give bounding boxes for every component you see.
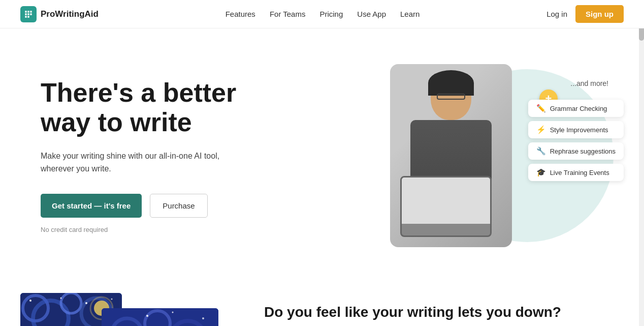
svg-point-21 xyxy=(202,317,204,319)
grammar-pill: ✏️ Grammar Checking xyxy=(528,100,624,117)
navbar: ProWritingAid Features For Teams Pricing… xyxy=(0,0,644,28)
hero-headline-line2: way to write xyxy=(41,107,192,137)
grammar-label: Grammar Checking xyxy=(550,105,607,112)
nav-links: Features For Teams Pricing Use App Learn xyxy=(226,10,420,18)
svg-point-10 xyxy=(85,302,87,304)
image-collage: My idea in my head xyxy=(20,293,234,326)
svg-point-11 xyxy=(111,299,113,300)
nav-use-app[interactable]: Use App xyxy=(357,10,386,18)
svg-point-8 xyxy=(29,300,31,302)
grammar-icon: ✏️ xyxy=(536,104,546,113)
person-glasses xyxy=(437,94,465,100)
nav-pricing[interactable]: Pricing xyxy=(319,10,343,18)
logo-svg xyxy=(23,9,34,19)
hero-headline: There's a better way to write xyxy=(41,78,254,137)
hero-left: There's a better way to write Make your … xyxy=(41,78,254,233)
svg-point-9 xyxy=(60,298,62,299)
style-icon: ⚡ xyxy=(536,125,546,134)
nav-actions: Log in Sign up xyxy=(546,5,624,23)
person-head xyxy=(431,74,471,120)
style-label: Style Improvements xyxy=(550,126,608,134)
feature-pills: ✏️ Grammar Checking ⚡ Style Improvements… xyxy=(528,100,624,181)
nav-features[interactable]: Features xyxy=(226,10,255,18)
rephrase-label: Rephrase suggestions xyxy=(550,147,616,155)
brand-name: ProWritingAid xyxy=(41,9,99,19)
hero-buttons: Get started — it's free Purchase xyxy=(41,194,254,218)
login-link[interactable]: Log in xyxy=(546,10,567,18)
section2-heading: Do you feel like your writing lets you d… xyxy=(264,303,624,321)
hero-subtext: Make your writing shine with our all-in-… xyxy=(41,150,254,175)
logo-link[interactable]: ProWritingAid xyxy=(20,6,99,22)
svg-point-19 xyxy=(146,315,148,317)
svg-point-20 xyxy=(172,312,174,313)
nav-for-teams[interactable]: For Teams xyxy=(270,10,306,18)
purchase-button[interactable]: Purchase xyxy=(150,194,207,218)
rephrase-pill: 🔧 Rephrase suggestions xyxy=(528,142,624,160)
signup-button[interactable]: Sign up xyxy=(575,5,624,23)
scrollbar-track[interactable] xyxy=(639,0,644,326)
logo-icon xyxy=(20,6,37,22)
hero-headline-line1: There's a better xyxy=(41,78,236,107)
laptop-illustration xyxy=(400,176,492,237)
collage-image-2 xyxy=(102,308,218,326)
laptop-screen xyxy=(402,177,490,224)
hero-section: There's a better way to write Make your … xyxy=(0,28,644,273)
section-right: Do you feel like your writing lets you d… xyxy=(264,293,624,326)
style-pill: ⚡ Style Improvements xyxy=(528,121,624,138)
and-more-text: ...and more! xyxy=(570,79,608,87)
section-bottom: My idea in my head Do you feel like your… xyxy=(0,293,644,326)
training-pill: 🎓 Live Training Events xyxy=(528,164,624,181)
get-started-button[interactable]: Get started — it's free xyxy=(41,194,142,218)
hero-right: ...and more! + ✏️ Grammar Checking ⚡ Sty… xyxy=(360,59,624,252)
rephrase-icon: 🔧 xyxy=(536,146,546,156)
training-label: Live Training Events xyxy=(550,169,609,176)
nav-learn[interactable]: Learn xyxy=(400,10,420,18)
no-credit-card-note: No credit card required xyxy=(41,226,254,233)
collage-svg-2 xyxy=(102,308,218,326)
training-icon: 🎓 xyxy=(536,168,546,177)
